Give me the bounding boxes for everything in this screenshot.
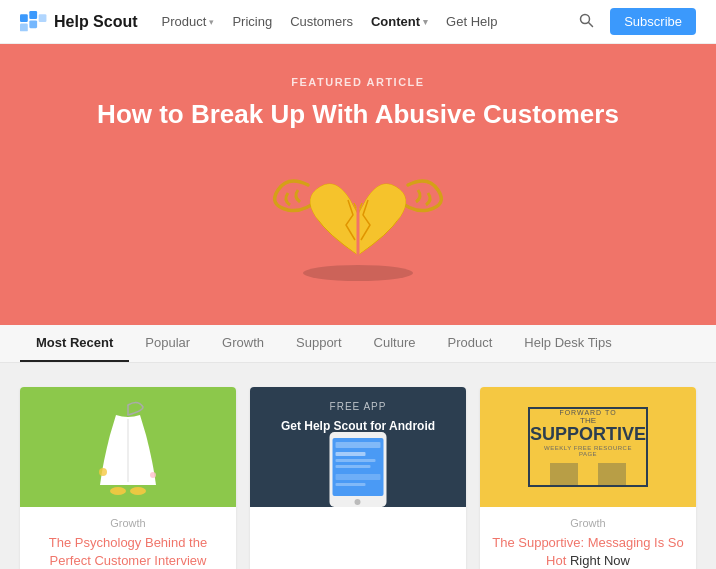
supportive-box-1 [550, 463, 578, 485]
supportive-sub: FORWARD TO [559, 409, 616, 416]
navbar: Help Scout Product ▾ Pricing Customers C… [0, 0, 716, 44]
card-2-category [262, 517, 454, 531]
nav-content[interactable]: Content ▾ [371, 14, 428, 29]
svg-point-12 [130, 487, 146, 495]
tab-support[interactable]: Support [280, 325, 358, 362]
svg-rect-20 [336, 465, 371, 468]
svg-rect-3 [29, 20, 37, 28]
svg-point-13 [99, 468, 107, 476]
hero-label: FEATURED ARTICLE [20, 76, 696, 88]
tab-help-desk-tips[interactable]: Help Desk Tips [508, 325, 627, 362]
card-1-category: Growth [32, 517, 224, 529]
supportive-box-2 [598, 463, 626, 485]
logo-icon [20, 11, 48, 33]
svg-rect-0 [20, 14, 28, 22]
search-icon [579, 13, 594, 28]
logo-link[interactable]: Help Scout [20, 11, 138, 33]
nav-pricing[interactable]: Pricing [232, 14, 272, 29]
card-1-title: The Psychology Behind the Perfect Custom… [32, 534, 224, 570]
card-2-free-label: FREE APP [250, 401, 466, 412]
svg-rect-2 [29, 11, 37, 19]
tab-growth[interactable]: Growth [206, 325, 280, 362]
card-1: Growth The Psychology Behind the Perfect… [20, 387, 236, 570]
search-button[interactable] [577, 11, 596, 33]
hero-image-svg [248, 155, 468, 285]
card-3-title: The Supportive: Messaging Is So Hot Righ… [492, 534, 684, 570]
svg-rect-19 [336, 459, 376, 462]
tab-popular[interactable]: Popular [129, 325, 206, 362]
card-2-image: FREE APP Get Help Scout for Android [250, 387, 466, 507]
phone-mockup [326, 432, 391, 507]
card-1-link[interactable]: The Psychology Behind the Perfect Custom… [49, 535, 207, 568]
card-3-category: Growth [492, 517, 684, 529]
card-2-body [250, 507, 466, 567]
nav-links: Product ▾ Pricing Customers Content ▾ Ge… [162, 14, 578, 29]
chevron-down-icon: ▾ [423, 17, 428, 27]
svg-rect-17 [336, 442, 381, 448]
svg-rect-4 [39, 14, 47, 22]
supportive-subtitle: WEEKLY FREE RESOURCE PAGE [536, 445, 640, 457]
card-3-link[interactable]: The Supportive: Messaging Is So Hot Righ… [492, 535, 684, 568]
svg-rect-18 [336, 452, 366, 456]
tab-most-recent[interactable]: Most Recent [20, 325, 129, 362]
hero-illustration [248, 155, 468, 285]
cards-grid: Growth The Psychology Behind the Perfect… [20, 387, 696, 570]
svg-rect-21 [336, 474, 381, 480]
card-1-body: Growth The Psychology Behind the Perfect… [20, 507, 236, 570]
dress-illustration [88, 397, 168, 497]
tab-culture[interactable]: Culture [358, 325, 432, 362]
hero-title: How to Break Up With Abusive Customers [20, 98, 696, 131]
card-3-image: FORWARD TO THE SUPPORTIVE WEEKLY FREE RE… [480, 387, 696, 507]
card-3-body: Growth The Supportive: Messaging Is So H… [480, 507, 696, 570]
nav-product[interactable]: Product ▾ [162, 14, 215, 29]
nav-right: Subscribe [577, 8, 696, 35]
nav-get-help[interactable]: Get Help [446, 14, 497, 29]
tab-product[interactable]: Product [431, 325, 508, 362]
card-1-image [20, 387, 236, 507]
chevron-down-icon: ▾ [209, 17, 214, 27]
tabs-bar: Most Recent Popular Growth Support Cultu… [0, 325, 716, 363]
supportive-title: SUPPORTIVE [530, 425, 646, 443]
svg-point-14 [150, 472, 156, 478]
svg-rect-22 [336, 483, 366, 486]
svg-point-11 [110, 487, 126, 495]
cards-section: Growth The Psychology Behind the Perfect… [0, 363, 716, 570]
card-2-title [262, 536, 454, 553]
hero-section: FEATURED ARTICLE How to Break Up With Ab… [0, 44, 716, 325]
svg-point-7 [303, 265, 413, 281]
svg-line-6 [589, 22, 593, 26]
nav-customers[interactable]: Customers [290, 14, 353, 29]
svg-point-23 [355, 499, 361, 505]
supportive-box: FORWARD TO THE SUPPORTIVE WEEKLY FREE RE… [528, 407, 648, 487]
svg-rect-1 [20, 23, 28, 31]
subscribe-button[interactable]: Subscribe [610, 8, 696, 35]
card-2: FREE APP Get Help Scout for Android [250, 387, 466, 570]
logo-text: Help Scout [54, 13, 138, 31]
card-3: FORWARD TO THE SUPPORTIVE WEEKLY FREE RE… [480, 387, 696, 570]
